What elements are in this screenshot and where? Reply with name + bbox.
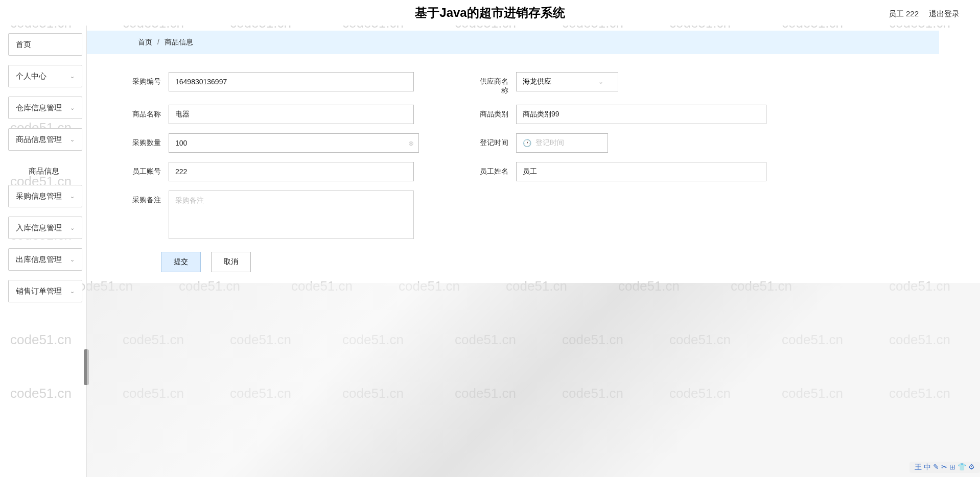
ime-icon[interactable]: ✎ xyxy=(933,463,939,472)
label-purchase-remark: 采购备注 xyxy=(128,190,169,205)
label-supplier-name: 供应商名称 xyxy=(475,72,516,96)
header-user[interactable]: 员工 222 xyxy=(889,9,919,19)
input-employee-name[interactable] xyxy=(516,162,766,181)
sidebar-item-outbound[interactable]: 出库信息管理 ⌄ xyxy=(8,248,82,271)
label-register-time: 登记时间 xyxy=(475,133,516,148)
ime-icon[interactable]: 中 xyxy=(924,463,931,472)
chevron-down-icon: ⌄ xyxy=(70,193,75,200)
breadcrumb: 首页 / 商品信息 xyxy=(87,31,939,54)
submit-button[interactable]: 提交 xyxy=(161,252,201,272)
sidebar-item-label: 仓库信息管理 xyxy=(16,103,62,113)
sidebar-item-warehouse[interactable]: 仓库信息管理 ⌄ xyxy=(8,97,82,119)
label-purchase-number: 采购编号 xyxy=(128,72,169,86)
breadcrumb-current: 商品信息 xyxy=(165,38,193,46)
main-content: 首页 / 商品信息 采购编号 供应商名称 海龙供应 ⌄ xyxy=(87,26,980,477)
input-product-name[interactable] xyxy=(169,105,414,124)
label-purchase-quantity: 采购数量 xyxy=(128,133,169,148)
label-product-category: 商品类别 xyxy=(475,105,516,119)
sidebar-item-label: 采购信息管理 xyxy=(16,192,62,201)
breadcrumb-home[interactable]: 首页 xyxy=(138,38,152,46)
label-employee-account: 员工账号 xyxy=(128,162,169,176)
ime-taskbar: 王 中 ✎ ✂ ⊞ 👕 ⚙ xyxy=(909,462,980,473)
sidebar-item-inbound[interactable]: 入库信息管理 ⌄ xyxy=(8,217,82,239)
chevron-down-icon: ⌄ xyxy=(70,136,75,143)
sidebar: 首页 个人中心 ⌄ 仓库信息管理 ⌄ 商品信息管理 ⌄ 商品信息 采购信息管理 … xyxy=(0,26,87,477)
sidebar-item-personal[interactable]: 个人中心 ⌄ xyxy=(8,65,82,87)
sidebar-item-label: 销售订单管理 xyxy=(16,287,62,296)
form-panel: 采购编号 供应商名称 海龙供应 ⌄ 商品名称 xyxy=(128,67,960,277)
clear-icon[interactable]: ⊗ xyxy=(408,139,414,147)
sidebar-item-label: 出库信息管理 xyxy=(16,255,62,265)
input-purchase-quantity[interactable] xyxy=(169,133,419,153)
sidebar-item-label: 个人中心 xyxy=(16,71,46,81)
ime-icon[interactable]: ⊞ xyxy=(949,463,955,472)
input-purchase-number[interactable] xyxy=(169,72,414,91)
sidebar-item-label: 商品信息管理 xyxy=(16,135,62,145)
sidebar-item-sales[interactable]: 销售订单管理 ⌄ xyxy=(8,280,82,302)
select-supplier-name[interactable]: 海龙供应 ⌄ xyxy=(516,72,618,91)
input-register-time[interactable]: 🕐 登记时间 xyxy=(516,133,608,153)
sidebar-item-label: 首页 xyxy=(16,40,31,50)
chevron-down-icon: ⌄ xyxy=(70,225,75,231)
input-product-category[interactable] xyxy=(516,105,766,124)
date-placeholder: 登记时间 xyxy=(535,138,564,148)
ime-icon[interactable]: ⚙ xyxy=(968,463,975,472)
sidebar-item-product-mgmt[interactable]: 商品信息管理 ⌄ xyxy=(8,128,82,151)
sidebar-item-product-info[interactable]: 商品信息 xyxy=(8,160,82,182)
ime-icon[interactable]: ✂ xyxy=(941,463,947,472)
app-title: 基于Java的超市进销存系统 xyxy=(415,5,565,21)
label-product-name: 商品名称 xyxy=(128,105,169,119)
breadcrumb-sep: / xyxy=(157,38,159,46)
label-employee-name: 员工姓名 xyxy=(475,162,516,176)
chevron-down-icon: ⌄ xyxy=(70,73,75,80)
cancel-button[interactable]: 取消 xyxy=(211,252,251,272)
chevron-down-icon: ⌄ xyxy=(598,78,603,85)
chevron-down-icon: ⌄ xyxy=(70,288,75,295)
logout-link[interactable]: 退出登录 xyxy=(929,9,960,19)
chevron-down-icon: ⌄ xyxy=(70,256,75,263)
background-image xyxy=(87,283,980,477)
sidebar-item-label: 入库信息管理 xyxy=(16,223,62,233)
chevron-down-icon: ⌄ xyxy=(70,105,75,111)
header: 基于Java的超市进销存系统 员工 222 退出登录 xyxy=(0,0,980,26)
input-employee-account[interactable] xyxy=(169,162,414,181)
ime-icon[interactable]: 👕 xyxy=(958,463,966,472)
sidebar-item-home[interactable]: 首页 xyxy=(8,33,82,56)
sidebar-item-purchase[interactable]: 采购信息管理 ⌄ xyxy=(8,185,82,207)
textarea-purchase-remark[interactable] xyxy=(169,190,414,239)
clock-icon: 🕐 xyxy=(523,139,531,147)
ime-icon[interactable]: 王 xyxy=(915,463,922,472)
sidebar-item-label: 商品信息 xyxy=(29,166,59,176)
select-value: 海龙供应 xyxy=(523,77,551,86)
